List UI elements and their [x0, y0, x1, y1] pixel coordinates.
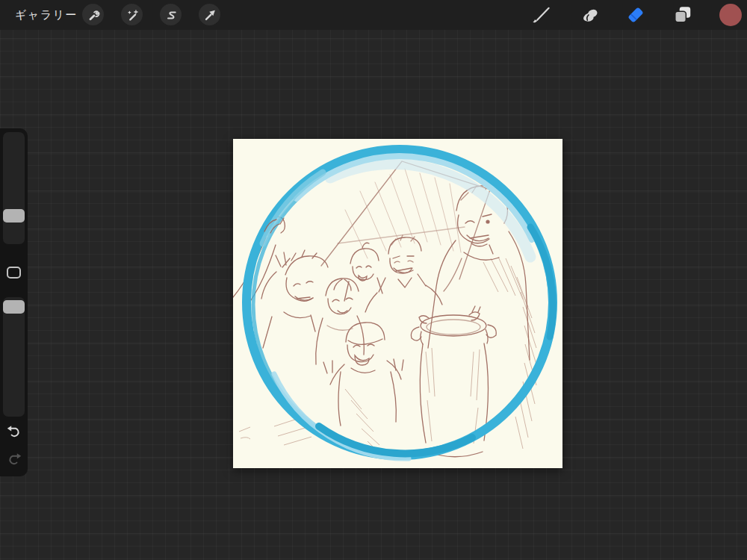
canvas[interactable] — [233, 139, 562, 468]
selection-s-icon — [164, 8, 178, 22]
undo-icon — [6, 424, 22, 439]
modify-button[interactable] — [7, 267, 21, 279]
brush-icon — [532, 4, 553, 25]
eraser-icon — [625, 4, 646, 25]
paint-tool-button[interactable] — [531, 4, 554, 26]
brush-size-slider[interactable] — [3, 132, 25, 244]
color-swatch-button[interactable] — [719, 4, 742, 26]
transform-button[interactable] — [199, 4, 220, 25]
layers-button[interactable] — [672, 4, 694, 26]
redo-icon — [6, 452, 22, 467]
canvas-artwork — [233, 139, 562, 468]
adjustments-button[interactable] — [121, 4, 143, 25]
side-toolbar — [0, 128, 28, 476]
top-toolbar: ギャラリー — [0, 0, 747, 30]
wrench-icon — [87, 8, 100, 22]
eraser-tool-button[interactable] — [624, 4, 647, 26]
opacity-handle[interactable] — [3, 300, 25, 314]
smudge-icon — [579, 4, 600, 25]
color-swatch-dot — [719, 4, 742, 26]
opacity-slider[interactable] — [3, 297, 25, 417]
transform-arrow-icon — [203, 8, 217, 22]
layers-icon — [672, 4, 693, 25]
selection-button[interactable] — [160, 4, 182, 25]
actions-button[interactable] — [82, 4, 104, 25]
smudge-tool-button[interactable] — [578, 4, 601, 26]
magic-wand-icon — [125, 8, 139, 22]
redo-button[interactable] — [6, 452, 22, 467]
brush-size-handle[interactable] — [3, 209, 25, 223]
undo-button[interactable] — [6, 424, 22, 439]
gallery-button[interactable]: ギャラリー — [15, 0, 78, 30]
